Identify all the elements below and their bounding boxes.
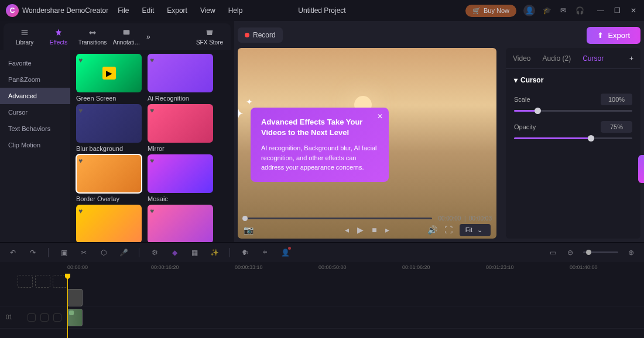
effect-mosaic[interactable]: ♥ Mosaic (148, 154, 213, 202)
track-mute-icon[interactable] (53, 313, 61, 322)
cursor-clip[interactable] (67, 289, 83, 306)
marker-icon[interactable]: ⬡ (99, 248, 108, 257)
stop-icon[interactable]: ■ (372, 225, 376, 234)
zoom-out-icon[interactable]: ⊖ (566, 248, 575, 257)
effect-mirror[interactable]: ♥ Mirror (148, 104, 213, 152)
prop-tab-video[interactable]: Video (513, 54, 530, 63)
effect-ai-recognition[interactable]: ♥ Ai Recognition (148, 54, 213, 102)
fit-dropdown[interactable]: Fit ⌄ (460, 224, 491, 236)
prop-tab-cursor[interactable]: Cursor (583, 54, 604, 63)
academy-icon[interactable]: 🎓 (542, 6, 551, 15)
mic-icon[interactable]: 🎤 (119, 248, 128, 257)
volume-icon[interactable]: 🔊 (427, 225, 437, 234)
category-favorite[interactable]: Favorite (0, 55, 70, 71)
effect-blur-background[interactable]: ♥ Blur background (76, 104, 142, 152)
effect-green-screen[interactable]: ♥ Green Screen (76, 54, 142, 102)
category-pan-zoom[interactable]: Pan&Zoom (0, 71, 70, 88)
denoise-icon[interactable]: 👤 (280, 248, 290, 257)
voice-icon[interactable]: 🗣 (241, 248, 250, 257)
tab-effects[interactable]: Effects (42, 26, 75, 48)
support-icon[interactable]: 🎧 (575, 6, 584, 15)
track-placeholder[interactable] (18, 275, 33, 288)
category-list: Favorite Pan&Zoom Advanced Cursor Text B… (0, 50, 70, 242)
menu-file[interactable]: File (118, 6, 129, 15)
slider-knob[interactable] (586, 250, 591, 255)
tooltip-close-icon[interactable]: ✕ (377, 112, 383, 120)
tab-annotations[interactable]: Annotati… (110, 26, 143, 48)
mail-icon[interactable]: ✉ (559, 6, 568, 15)
pip-icon[interactable]: ▦ (190, 248, 199, 257)
account-icon[interactable]: 👤 (523, 5, 535, 16)
prop-opacity: Opacity 75% (514, 121, 632, 139)
buy-now-button[interactable]: 🛒 Buy Now (465, 5, 516, 17)
playhead[interactable] (67, 274, 68, 338)
menu-view[interactable]: View (200, 6, 215, 15)
maximize-icon[interactable]: ❐ (612, 6, 622, 15)
minimize-icon[interactable]: — (596, 6, 605, 15)
side-handle[interactable] (638, 155, 644, 183)
tab-transitions[interactable]: Transitions (76, 26, 109, 48)
project-name: Untitled Project (298, 6, 345, 15)
track-lock-icon[interactable] (28, 313, 36, 322)
effect-item[interactable]: ♥ (148, 205, 213, 242)
close-icon[interactable]: ✕ (629, 6, 638, 15)
tab-library[interactable]: Library (8, 26, 41, 48)
timeline-ruler[interactable]: 00:00:00 00:00:16:20 00:00:33:10 00:00:5… (0, 262, 644, 274)
category-advanced[interactable]: Advanced (0, 88, 70, 104)
feature-tooltip: ✕ Advanced Effects Take Your Videos to t… (251, 108, 389, 182)
timeline: 00:00:00 00:00:16:20 00:00:33:10 00:00:5… (0, 262, 644, 338)
split-icon[interactable]: ✂ (79, 248, 88, 257)
prev-frame-icon[interactable]: ◂ (345, 225, 349, 234)
buy-now-label: Buy Now (484, 7, 509, 14)
tooltip-body: AI recognition, Background blur, AI faci… (261, 143, 378, 173)
category-text-behaviors[interactable]: Text Behaviors (0, 120, 70, 137)
prop-section-header[interactable]: ▾ Cursor (514, 76, 632, 84)
menu-bar: File Edit Export View Help (118, 6, 242, 15)
category-cursor[interactable]: Cursor (0, 104, 70, 120)
zoom-slider[interactable] (583, 251, 618, 253)
preview-window: ✦ ✦ ✕ Advanced Effects Take Your Videos … (238, 48, 496, 239)
track-placeholder[interactable] (35, 275, 50, 288)
record-button[interactable]: Record (238, 27, 283, 43)
menu-help[interactable]: Help (228, 6, 243, 15)
fullscreen-icon[interactable]: ⛶ (444, 225, 453, 234)
progress-handle[interactable] (242, 216, 248, 221)
snapshot-icon[interactable]: 📷 (244, 225, 254, 234)
annotations-icon (122, 28, 131, 37)
next-frame-icon[interactable]: ▸ (385, 225, 389, 234)
effect-item[interactable]: ♥ (76, 205, 142, 242)
prop-tab-audio[interactable]: Audio (2) (542, 54, 571, 63)
speed-icon[interactable]: ⚙ (150, 248, 159, 257)
scale-slider[interactable] (514, 110, 632, 112)
menu-edit[interactable]: Edit (142, 6, 155, 15)
slider-knob[interactable] (588, 135, 594, 142)
opacity-slider[interactable] (514, 137, 632, 139)
export-button[interactable]: ⬆ Export (587, 27, 640, 44)
color-icon[interactable]: ◆ (170, 248, 179, 257)
scale-value[interactable]: 100% (601, 94, 632, 105)
undo-icon[interactable]: ↶ (8, 248, 18, 257)
category-clip-motion[interactable]: Clip Motion (0, 137, 70, 153)
heart-icon: ♥ (150, 157, 158, 165)
detect-icon[interactable]: ⫩ (261, 248, 270, 257)
left-panel: Library Effects Transitions Annotati… » … (0, 21, 234, 242)
play-icon[interactable]: ▶ (357, 225, 364, 234)
zoom-in-icon[interactable]: ⊕ (626, 248, 636, 257)
preview-progress[interactable]: 00:00:00 | 00:00:03 (238, 215, 496, 221)
track-visibility-icon[interactable] (40, 313, 49, 322)
video-clip[interactable] (67, 309, 83, 326)
prop-tab-add-icon[interactable]: + (629, 54, 633, 63)
redo-icon[interactable]: ↷ (28, 248, 37, 257)
slider-knob[interactable] (535, 108, 541, 114)
aspect-icon[interactable]: ▭ (548, 248, 557, 257)
opacity-value[interactable]: 75% (601, 121, 632, 133)
tab-sfx-store[interactable]: SFX Store (193, 26, 226, 48)
tabs-more-icon[interactable]: » (146, 33, 150, 41)
app-title: Wondershare DemoCreator (22, 6, 108, 15)
time-display: 00:00:00 | 00:00:03 (438, 215, 492, 222)
effect-border-overlay[interactable]: ♥ Border Overlay (76, 154, 142, 202)
menu-export[interactable]: Export (167, 6, 187, 15)
crop-icon[interactable]: ▣ (59, 248, 68, 257)
heart-icon: ♥ (150, 106, 158, 115)
magic-icon[interactable]: ✨ (210, 248, 219, 257)
